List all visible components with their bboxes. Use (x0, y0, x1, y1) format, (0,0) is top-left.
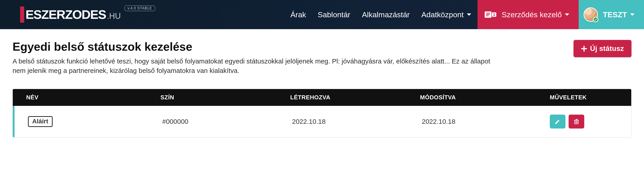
nav-label: Alkalmazástár (362, 10, 410, 19)
new-status-button[interactable]: Új státusz (574, 40, 632, 57)
cell-created: 2022.10.18 (278, 110, 408, 133)
manager-label: Szerződés kezelő (502, 10, 562, 19)
trash-icon (573, 118, 580, 125)
user-check-icon (593, 17, 598, 22)
statuses-table: NÉV SZÍN LÉTREHOZVA MÓDOSÍTVA MŰVELETEK … (12, 89, 632, 137)
th-actions: MŰVELETEK (536, 89, 631, 106)
svg-rect-3 (486, 16, 489, 16)
user-name: TESZT (603, 10, 627, 19)
cell-color: #000000 (149, 110, 278, 133)
status-badge: Aláírt (28, 116, 52, 127)
nav-item-alkalmazastar[interactable]: Alkalmazástár (356, 0, 416, 29)
new-status-label: Új státusz (590, 44, 624, 53)
logo-main: ESZERZODES (26, 8, 106, 21)
version-badge: v.4.0 STABLE (124, 5, 155, 11)
page-description: A belső státuszok funkció lehetővé teszi… (12, 56, 500, 75)
cell-name: Aláírt (14, 109, 149, 135)
th-name: NÉV (13, 89, 147, 106)
title-row: Egyedi belső státuszok kezelése A belső … (12, 40, 632, 75)
delete-button[interactable] (568, 115, 584, 129)
chevron-down-icon (466, 13, 472, 17)
nav-label: Adatközpont (421, 10, 464, 19)
nav-label: Árak (290, 10, 306, 19)
nav-label: Sablontár (318, 10, 350, 19)
logo-accent-bar (20, 7, 24, 23)
avatar (584, 8, 598, 22)
nav-user-menu[interactable]: TESZT (579, 0, 644, 29)
document-badge-icon: 1 (484, 10, 497, 19)
svg-rect-1 (486, 13, 490, 14)
edit-button[interactable] (550, 115, 566, 129)
nav-item-adatkozpont[interactable]: Adatközpont (416, 0, 478, 29)
logo-text: ESZERZODES .HU (26, 8, 121, 21)
nav-item-arak[interactable]: Árak (285, 0, 312, 29)
page-body: Egyedi belső státuszok kezelése A belső … (0, 29, 644, 151)
table-row: Aláírt #000000 2022.10.18 2022.10.18 (13, 106, 631, 137)
svg-rect-2 (486, 14, 490, 15)
main-nav: Árak Sablontár Alkalmazástár Adatközpont (285, 0, 644, 29)
nav-item-sablontar[interactable]: Sablontár (312, 0, 356, 29)
th-created: LÉTREHOZVA (277, 89, 406, 106)
app-header: ESZERZODES .HU v.4.0 STABLE Árak Sablont… (0, 0, 644, 29)
pencil-icon (554, 118, 561, 125)
th-modified: MÓDOSÍTVA (406, 89, 536, 106)
logo-suffix: .HU (107, 12, 121, 20)
plus-icon (581, 46, 587, 52)
page-title: Egyedi belső státuszok kezelése (12, 40, 500, 53)
cell-actions (538, 107, 631, 136)
chevron-down-icon (564, 13, 570, 17)
brand-logo[interactable]: ESZERZODES .HU v.4.0 STABLE (0, 0, 155, 29)
manager-badge-count: 1 (493, 12, 495, 17)
cell-modified: 2022.10.18 (408, 110, 538, 133)
nav-contract-manager[interactable]: 1 Szerződés kezelő (478, 0, 579, 29)
th-color: SZÍN (147, 89, 277, 106)
chevron-down-icon (630, 13, 635, 17)
table-header-row: NÉV SZÍN LÉTREHOZVA MÓDOSÍTVA MŰVELETEK (13, 89, 631, 106)
